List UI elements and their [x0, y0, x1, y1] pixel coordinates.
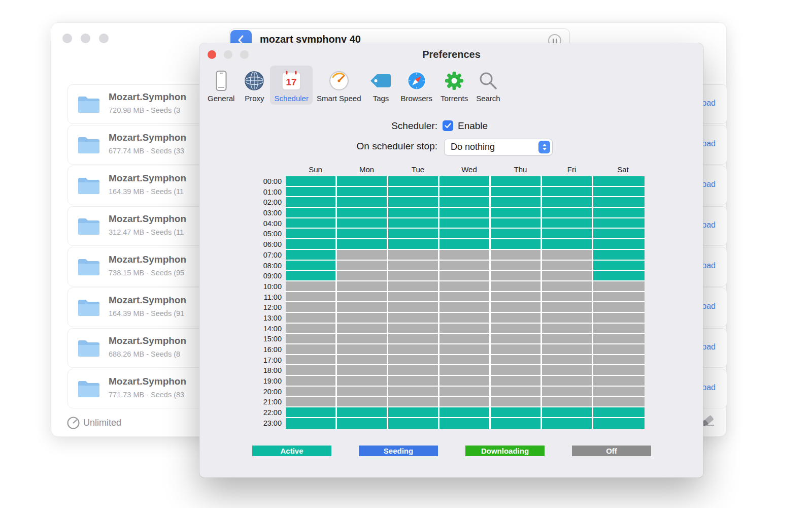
schedule-cell[interactable]: [439, 250, 491, 261]
schedule-cell[interactable]: [439, 292, 491, 303]
tab-smart-speed[interactable]: Smart Speed: [313, 66, 365, 105]
schedule-cell[interactable]: [439, 197, 491, 208]
schedule-cell[interactable]: [337, 334, 388, 344]
schedule-cell[interactable]: [337, 187, 388, 198]
schedule-cell[interactable]: [491, 302, 542, 313]
schedule-cell[interactable]: [593, 418, 645, 429]
schedule-cell[interactable]: [337, 324, 388, 334]
speed-status[interactable]: Unlimited: [66, 416, 121, 430]
schedule-cell[interactable]: [491, 261, 542, 271]
schedule-cell[interactable]: [593, 229, 645, 239]
schedule-cell[interactable]: [542, 355, 593, 366]
schedule-cell[interactable]: [542, 218, 593, 229]
schedule-cell[interactable]: [491, 365, 542, 376]
schedule-cell[interactable]: [337, 365, 388, 376]
schedule-cell[interactable]: [388, 292, 439, 303]
schedule-cell[interactable]: [542, 250, 593, 261]
schedule-cell[interactable]: [388, 302, 439, 313]
schedule-cell[interactable]: [337, 387, 388, 397]
schedule-cell[interactable]: [439, 334, 491, 344]
schedule-cell[interactable]: [388, 281, 439, 292]
schedule-cell[interactable]: [439, 397, 491, 407]
schedule-cell[interactable]: [542, 281, 593, 292]
schedule-cell[interactable]: [286, 281, 337, 292]
on-stop-select[interactable]: Do nothing: [444, 139, 553, 155]
schedule-cell[interactable]: [491, 208, 542, 218]
schedule-cell[interactable]: [286, 218, 337, 229]
schedule-cell[interactable]: [286, 407, 337, 418]
schedule-cell[interactable]: [388, 271, 439, 281]
schedule-cell[interactable]: [388, 407, 439, 418]
schedule-cell[interactable]: [337, 261, 388, 271]
schedule-cell[interactable]: [542, 407, 593, 418]
schedule-cell[interactable]: [439, 376, 491, 387]
schedule-cell[interactable]: [593, 387, 645, 397]
schedule-cell[interactable]: [439, 324, 491, 334]
schedule-cell[interactable]: [388, 324, 439, 334]
schedule-cell[interactable]: [286, 229, 337, 239]
schedule-cell[interactable]: [439, 261, 491, 271]
schedule-cell[interactable]: [491, 197, 542, 208]
minimize-button[interactable]: [224, 50, 232, 59]
schedule-cell[interactable]: [491, 187, 542, 198]
schedule-cell[interactable]: [542, 387, 593, 397]
schedule-cell[interactable]: [491, 344, 542, 355]
schedule-cell[interactable]: [286, 334, 337, 344]
schedule-cell[interactable]: [542, 365, 593, 376]
schedule-cell[interactable]: [286, 418, 337, 429]
schedule-cell[interactable]: [593, 292, 645, 303]
schedule-cell[interactable]: [542, 176, 593, 187]
schedule-cell[interactable]: [593, 407, 645, 418]
schedule-cell[interactable]: [388, 261, 439, 271]
minimize-button[interactable]: [81, 34, 90, 43]
schedule-cell[interactable]: [388, 187, 439, 198]
schedule-cell[interactable]: [337, 355, 388, 366]
schedule-cell[interactable]: [286, 365, 337, 376]
schedule-cell[interactable]: [439, 208, 491, 218]
schedule-cell[interactable]: [439, 218, 491, 229]
schedule-cell[interactable]: [491, 281, 542, 292]
schedule-cell[interactable]: [439, 407, 491, 418]
schedule-cell[interactable]: [542, 418, 593, 429]
schedule-cell[interactable]: [337, 208, 388, 218]
schedule-cell[interactable]: [593, 239, 645, 250]
schedule-cell[interactable]: [542, 302, 593, 313]
schedule-cell[interactable]: [491, 250, 542, 261]
schedule-cell[interactable]: [491, 355, 542, 366]
schedule-cell[interactable]: [286, 355, 337, 366]
schedule-cell[interactable]: [542, 239, 593, 250]
schedule-cell[interactable]: [439, 313, 491, 324]
schedule-cell[interactable]: [388, 197, 439, 208]
schedule-cell[interactable]: [491, 176, 542, 187]
schedule-cell[interactable]: [439, 418, 491, 429]
schedule-cell[interactable]: [337, 418, 388, 429]
schedule-cell[interactable]: [286, 376, 337, 387]
schedule-cell[interactable]: [337, 344, 388, 355]
schedule-cell[interactable]: [593, 208, 645, 218]
schedule-cell[interactable]: [593, 250, 645, 261]
schedule-cell[interactable]: [337, 302, 388, 313]
schedule-cell[interactable]: [337, 313, 388, 324]
schedule-cell[interactable]: [491, 313, 542, 324]
schedule-cell[interactable]: [286, 271, 337, 281]
schedule-cell[interactable]: [593, 281, 645, 292]
schedule-cell[interactable]: [286, 344, 337, 355]
schedule-cell[interactable]: [593, 302, 645, 313]
schedule-cell[interactable]: [439, 176, 491, 187]
schedule-cell[interactable]: [542, 292, 593, 303]
tab-browsers[interactable]: Browsers: [396, 66, 436, 105]
schedule-cell[interactable]: [337, 197, 388, 208]
tab-general[interactable]: General: [204, 66, 239, 105]
schedule-cell[interactable]: [491, 334, 542, 344]
schedule-cell[interactable]: [593, 324, 645, 334]
schedule-cell[interactable]: [439, 239, 491, 250]
close-button[interactable]: [62, 34, 72, 43]
schedule-cell[interactable]: [593, 397, 645, 407]
schedule-cell[interactable]: [593, 187, 645, 198]
schedule-cell[interactable]: [439, 281, 491, 292]
schedule-cell[interactable]: [542, 334, 593, 344]
schedule-cell[interactable]: [388, 397, 439, 407]
schedule-cell[interactable]: [388, 239, 439, 250]
schedule-cell[interactable]: [491, 229, 542, 239]
schedule-cell[interactable]: [491, 387, 542, 397]
